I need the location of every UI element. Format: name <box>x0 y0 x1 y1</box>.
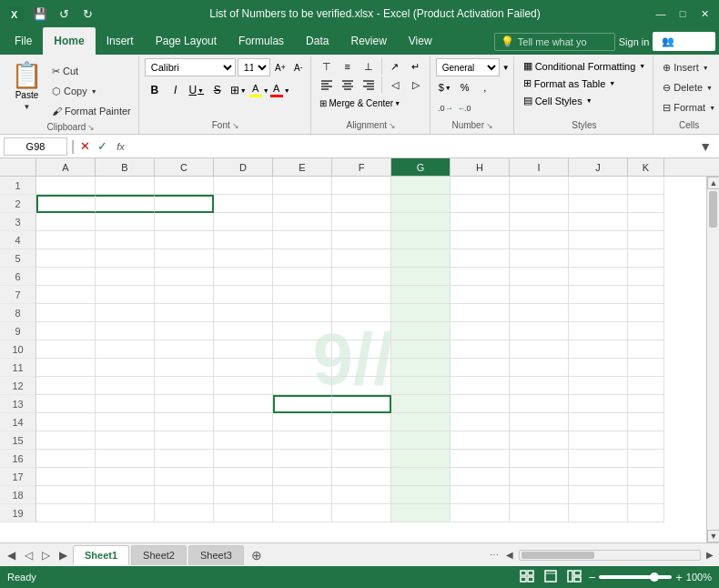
cell-A4[interactable] <box>36 231 96 249</box>
col-header-a[interactable]: A <box>36 158 96 176</box>
row-num-4[interactable]: 4 <box>0 231 36 249</box>
cell-C16[interactable] <box>155 450 214 468</box>
cell-B3[interactable] <box>96 213 155 231</box>
cell-F14[interactable] <box>332 413 391 431</box>
cell-K14[interactable] <box>628 413 664 431</box>
tab-view[interactable]: View <box>398 27 443 55</box>
cell-H8[interactable] <box>451 304 510 322</box>
cell-C6[interactable] <box>155 268 214 286</box>
cell-H5[interactable] <box>451 249 510 268</box>
cell-F13[interactable] <box>332 395 391 413</box>
cell-D12[interactable] <box>214 377 273 395</box>
cell-J9[interactable] <box>569 322 628 340</box>
cell-C11[interactable] <box>155 359 214 377</box>
cell-A9[interactable] <box>36 322 96 340</box>
cell-G4[interactable] <box>391 231 451 249</box>
cell-J14[interactable] <box>569 413 628 431</box>
cell-C12[interactable] <box>155 377 214 395</box>
cell-A14[interactable] <box>36 413 96 431</box>
cell-I14[interactable] <box>510 413 569 431</box>
sheet-tab-sheet2[interactable]: Sheet2 <box>131 545 187 565</box>
row-num-10[interactable]: 10 <box>0 340 36 359</box>
cell-K3[interactable] <box>628 213 664 231</box>
cell-K7[interactable] <box>628 286 664 304</box>
col-header-e[interactable]: E <box>273 158 332 176</box>
cell-F1[interactable] <box>332 177 391 195</box>
cell-G15[interactable] <box>391 431 451 450</box>
fill-color-button[interactable]: A ▼ <box>249 80 269 100</box>
cell-G8[interactable] <box>391 304 451 322</box>
align-right-button[interactable] <box>359 76 379 93</box>
scroll-down-button[interactable]: ▼ <box>707 530 719 542</box>
clipboard-expand-icon[interactable]: ↘ <box>87 123 95 132</box>
zoom-out-button[interactable]: − <box>589 571 596 584</box>
cell-H6[interactable] <box>451 268 510 286</box>
cell-E17[interactable] <box>273 468 332 486</box>
col-header-g[interactable]: G <box>391 158 451 176</box>
cell-F12[interactable] <box>332 377 391 395</box>
cell-G3[interactable] <box>391 213 451 231</box>
align-center-button[interactable] <box>338 76 358 93</box>
cell-F4[interactable] <box>332 231 391 249</box>
cell-B9[interactable] <box>96 322 155 340</box>
tab-review[interactable]: Review <box>339 27 397 55</box>
cut-button[interactable]: ✂ Cut <box>48 62 135 80</box>
cell-D9[interactable] <box>214 322 273 340</box>
cell-B15[interactable] <box>96 431 155 450</box>
cell-F5[interactable] <box>332 249 391 268</box>
cell-A19[interactable] <box>36 504 96 522</box>
zoom-level[interactable]: 100% <box>686 572 712 583</box>
cell-E11[interactable] <box>273 359 332 377</box>
cell-K9[interactable] <box>628 322 664 340</box>
cell-I1[interactable] <box>510 177 569 195</box>
cell-E3[interactable] <box>273 213 332 231</box>
cell-F7[interactable] <box>332 286 391 304</box>
row-num-15[interactable]: 15 <box>0 431 36 450</box>
cell-C7[interactable] <box>155 286 214 304</box>
next-sheet-button2[interactable]: ▶ <box>56 547 71 563</box>
row-num-7[interactable]: 7 <box>0 286 36 304</box>
scroll-up-button[interactable]: ▲ <box>707 177 719 189</box>
cell-B10[interactable] <box>96 340 155 359</box>
tell-me-box[interactable]: 💡 <box>494 33 615 51</box>
cell-G14[interactable] <box>391 413 451 431</box>
cell-D19[interactable] <box>214 504 273 522</box>
cell-J6[interactable] <box>569 268 628 286</box>
cell-D10[interactable] <box>214 340 273 359</box>
cell-B13[interactable] <box>96 395 155 413</box>
cell-B6[interactable] <box>96 268 155 286</box>
cell-I18[interactable] <box>510 486 569 504</box>
decrease-font-button[interactable]: A- <box>290 59 307 76</box>
row-num-14[interactable]: 14 <box>0 413 36 431</box>
row-num-11[interactable]: 11 <box>0 359 36 377</box>
cell-I6[interactable] <box>510 268 569 286</box>
confirm-formula-button[interactable]: ✓ <box>96 139 109 153</box>
cell-E12[interactable] <box>273 377 332 395</box>
cell-I19[interactable] <box>510 504 569 522</box>
cell-I7[interactable] <box>510 286 569 304</box>
cell-B7[interactable] <box>96 286 155 304</box>
cell-E14[interactable] <box>273 413 332 431</box>
cell-I12[interactable] <box>510 377 569 395</box>
cell-J13[interactable] <box>569 395 628 413</box>
row-num-9[interactable]: 9 <box>0 322 36 340</box>
format-cells-button[interactable]: ⊟ Format ▼ <box>659 98 719 117</box>
tab-page-layout[interactable]: Page Layout <box>145 27 228 55</box>
cell-J11[interactable] <box>569 359 628 377</box>
sign-in-link[interactable]: Sign in <box>619 36 650 47</box>
delete-cells-button[interactable]: ⊖ Delete ▼ <box>659 78 716 96</box>
col-header-j[interactable]: J <box>569 158 628 176</box>
cancel-formula-button[interactable]: ✕ <box>78 139 92 153</box>
decrease-decimal-button[interactable]: ←.0 <box>456 98 474 117</box>
page-layout-view-button[interactable] <box>542 568 560 587</box>
cell-K1[interactable] <box>628 177 664 195</box>
cell-C4[interactable] <box>155 231 214 249</box>
align-left-button[interactable] <box>317 76 337 93</box>
cell-K6[interactable] <box>628 268 664 286</box>
insert-cells-button[interactable]: ⊕ Insert ▼ <box>659 58 712 76</box>
cell-G17[interactable] <box>391 468 451 486</box>
sheet-tab-sheet1[interactable]: Sheet1 <box>73 545 129 565</box>
cell-E1[interactable] <box>273 177 332 195</box>
underline-button[interactable]: U ▼ <box>187 80 207 100</box>
align-middle-button[interactable]: ≡ <box>338 58 358 75</box>
